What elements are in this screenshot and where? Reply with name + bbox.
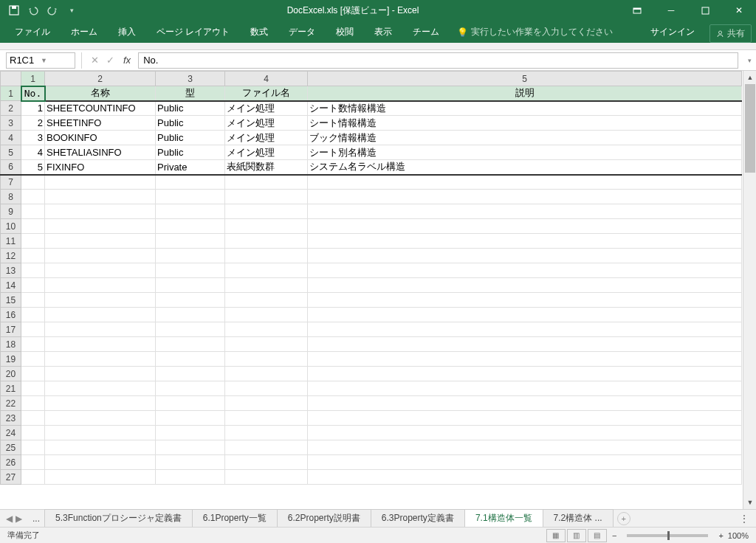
- cell[interactable]: [308, 381, 742, 396]
- tab-overflow[interactable]: ...: [28, 513, 44, 524]
- zoom-out-button[interactable]: −: [612, 531, 616, 540]
- expand-formula-icon[interactable]: ▾: [743, 57, 756, 64]
- cell[interactable]: メイン処理: [225, 145, 308, 160]
- row-header[interactable]: 26: [1, 455, 21, 470]
- cell[interactable]: [45, 455, 156, 470]
- cell[interactable]: [156, 322, 225, 337]
- vertical-scrollbar[interactable]: ▲ ▼: [743, 71, 756, 509]
- cell[interactable]: [308, 322, 742, 337]
- cell[interactable]: [21, 396, 45, 411]
- cell[interactable]: [225, 470, 308, 485]
- cell[interactable]: シート情報構造: [308, 116, 742, 131]
- cell[interactable]: [308, 411, 742, 426]
- cell[interactable]: [21, 440, 45, 455]
- name-box[interactable]: R1C1 ▼: [6, 52, 75, 69]
- sheet-tab[interactable]: 5.3Functionプロシージャ定義書: [44, 509, 193, 528]
- row-header[interactable]: 25: [1, 440, 21, 455]
- tab-nav-prev-icon[interactable]: ◀: [6, 513, 13, 524]
- tab-options-icon[interactable]: ⋮: [732, 513, 756, 524]
- row-header[interactable]: 3: [1, 116, 21, 131]
- cell[interactable]: [45, 440, 156, 455]
- column-header[interactable]: 1: [21, 72, 45, 86]
- cell[interactable]: [225, 322, 308, 337]
- cell[interactable]: [308, 470, 742, 485]
- row-header[interactable]: 6: [1, 160, 21, 175]
- cell[interactable]: [45, 367, 156, 381]
- fx-icon[interactable]: fx: [120, 55, 134, 66]
- cell[interactable]: [21, 249, 45, 263]
- tab-data[interactable]: データ: [278, 21, 326, 43]
- zoom-slider[interactable]: [627, 534, 708, 537]
- cell[interactable]: [225, 190, 308, 204]
- row-header[interactable]: 13: [1, 263, 21, 278]
- cell[interactable]: 2: [21, 116, 45, 131]
- tab-review[interactable]: 校閲: [326, 21, 364, 43]
- row-header[interactable]: 7: [1, 175, 21, 190]
- sheet-tab[interactable]: 6.2Property説明書: [277, 509, 371, 528]
- cell[interactable]: [156, 411, 225, 426]
- row-header[interactable]: 22: [1, 396, 21, 411]
- cell[interactable]: メイン処理: [225, 101, 308, 116]
- cell[interactable]: [225, 411, 308, 426]
- cell[interactable]: メイン処理: [225, 131, 308, 145]
- cell[interactable]: [156, 352, 225, 367]
- cell[interactable]: [21, 190, 45, 204]
- cell[interactable]: 名称: [45, 86, 156, 101]
- tab-formulas[interactable]: 数式: [240, 21, 278, 43]
- cell[interactable]: [45, 234, 156, 249]
- row-header[interactable]: 24: [1, 426, 21, 440]
- cell[interactable]: 1: [21, 101, 45, 116]
- maximize-icon[interactable]: [688, 0, 722, 21]
- cell[interactable]: [156, 234, 225, 249]
- cell[interactable]: [45, 396, 156, 411]
- row-header[interactable]: 4: [1, 131, 21, 145]
- cell[interactable]: メイン処理: [225, 116, 308, 131]
- cell[interactable]: [308, 219, 742, 234]
- save-icon[interactable]: [6, 2, 22, 18]
- scrollbar-thumb[interactable]: [745, 84, 755, 173]
- cell[interactable]: [21, 367, 45, 381]
- row-header[interactable]: 16: [1, 308, 21, 322]
- cell[interactable]: Public: [156, 145, 225, 160]
- row-header[interactable]: 21: [1, 381, 21, 396]
- cell[interactable]: [308, 278, 742, 293]
- close-icon[interactable]: ✕: [722, 0, 756, 21]
- signin-link[interactable]: サインイン: [642, 21, 704, 43]
- cell[interactable]: 説明: [308, 86, 742, 101]
- cell[interactable]: [21, 426, 45, 440]
- cell[interactable]: [45, 293, 156, 308]
- scroll-down-icon[interactable]: ▼: [743, 496, 756, 509]
- cell[interactable]: [225, 426, 308, 440]
- cell[interactable]: [225, 175, 308, 190]
- share-button[interactable]: 共有: [709, 24, 752, 43]
- ribbon-display-icon[interactable]: [620, 0, 654, 21]
- cell[interactable]: [45, 381, 156, 396]
- cell[interactable]: [21, 204, 45, 219]
- cell[interactable]: [156, 249, 225, 263]
- cell[interactable]: [156, 426, 225, 440]
- row-header[interactable]: 9: [1, 204, 21, 219]
- cell[interactable]: [45, 249, 156, 263]
- cell[interactable]: [225, 204, 308, 219]
- cell[interactable]: [225, 455, 308, 470]
- row-header[interactable]: 19: [1, 352, 21, 367]
- cell[interactable]: [225, 440, 308, 455]
- cell[interactable]: [308, 367, 742, 381]
- cell[interactable]: [225, 249, 308, 263]
- cell[interactable]: BOOKINFO: [45, 131, 156, 145]
- cell[interactable]: [156, 263, 225, 278]
- cell[interactable]: [156, 219, 225, 234]
- cell[interactable]: [21, 381, 45, 396]
- cell[interactable]: [45, 411, 156, 426]
- column-header[interactable]: 2: [45, 72, 156, 86]
- cell[interactable]: シート別名構造: [308, 145, 742, 160]
- cell[interactable]: シート数情報構造: [308, 101, 742, 116]
- cell[interactable]: [156, 381, 225, 396]
- select-all-corner[interactable]: [1, 72, 21, 86]
- cell[interactable]: [308, 396, 742, 411]
- cell[interactable]: [225, 219, 308, 234]
- page-layout-view-icon[interactable]: ▥: [567, 529, 586, 542]
- cell[interactable]: [45, 470, 156, 485]
- cell[interactable]: 表紙関数群: [225, 160, 308, 175]
- cell[interactable]: Public: [156, 116, 225, 131]
